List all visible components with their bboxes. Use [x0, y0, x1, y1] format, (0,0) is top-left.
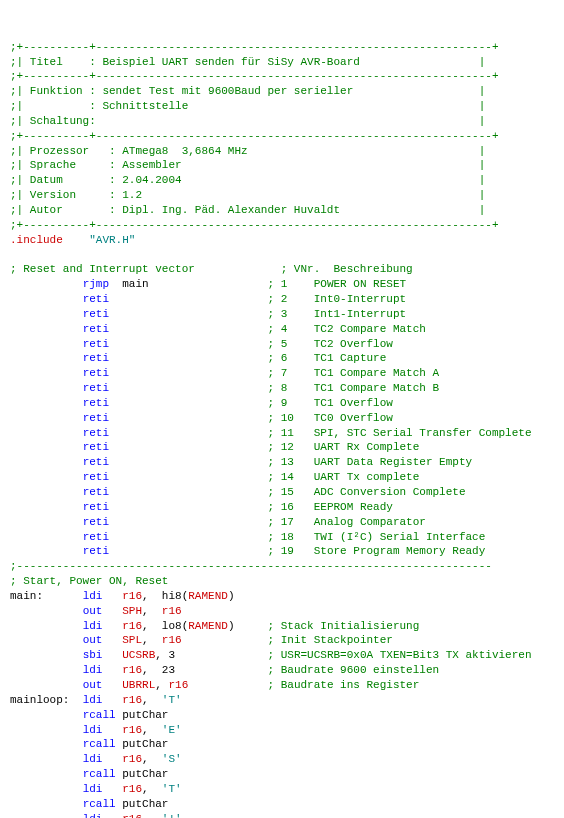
code-listing: ;+----------+---------------------------… [10, 40, 554, 818]
